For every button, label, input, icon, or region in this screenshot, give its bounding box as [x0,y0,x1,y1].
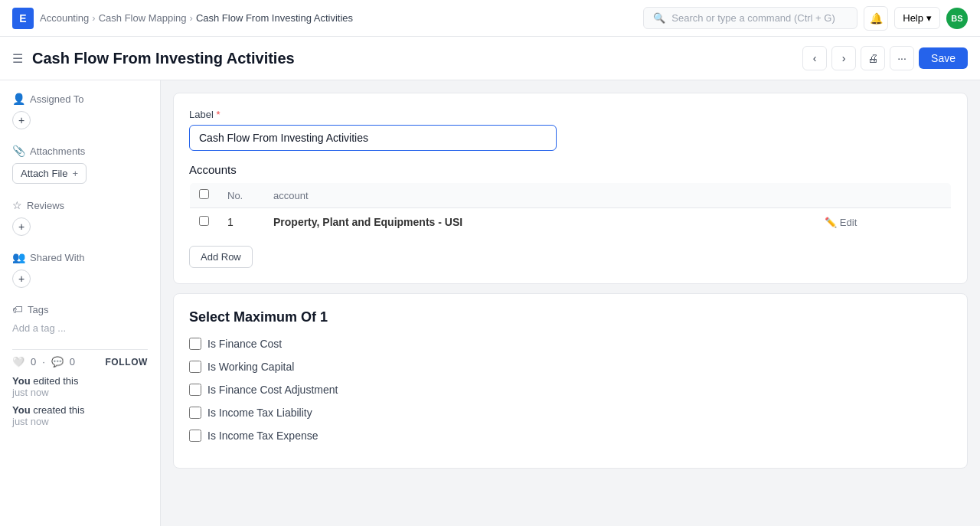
accounts-header-account: account [264,183,815,208]
page-header: ☰ Cash Flow From Investing Activities ‹ … [0,37,980,80]
row-account: Property, Plant and Equipments - USI [264,208,815,237]
row-no: 1 [218,208,264,237]
breadcrumb: Accounting › Cash Flow Mapping › Cash Fl… [40,12,353,24]
add-tag-placeholder[interactable]: Add a tag ... [12,322,66,334]
shared-with-header: 👥 Shared With [12,251,148,263]
top-nav: E Accounting › Cash Flow Mapping › Cash … [0,0,980,37]
notification-button[interactable]: 🔔 [864,6,888,31]
checkbox-finance-cost-adj: Is Finance Cost Adjustment [189,384,952,396]
person-icon: 👤 [12,93,25,105]
follow-button[interactable]: FOLLOW [105,357,148,368]
accounts-header-no: No. [218,183,264,208]
page-title: Cash Flow From Investing Activities [32,50,802,67]
main-content: Label * Accounts No. account [161,80,980,526]
assigned-to-header: 👤 Assigned To [12,93,148,105]
likes-count: 0 [31,356,36,368]
activity-when-1: just now [12,416,49,427]
table-row: 1 Property, Plant and Equipments - USI ✏… [190,208,952,237]
checkbox-income-tax-expense: Is Income Tax Expense [189,430,952,442]
more-options-button[interactable]: ··· [890,46,914,70]
prev-button[interactable]: ‹ [802,46,827,70]
breadcrumb-accounting[interactable]: Accounting [40,12,89,24]
dot-sep: · [42,356,45,368]
checkbox-income-tax-expense-input[interactable] [189,430,201,442]
edit-link[interactable]: ✏️ Edit [825,217,942,228]
header-actions: ‹ › 🖨 ··· Save [802,46,968,70]
edit-label: Edit [840,217,857,228]
row-checkbox[interactable] [199,216,209,226]
accounts-table: No. account 1 Property, Plant and Equipm… [189,182,952,237]
star-icon: ☆ [12,199,22,211]
checkbox-income-tax-liability: Is Income Tax Liability [189,407,952,419]
chevron-down-icon: ▾ [926,12,932,24]
main-layout: 👤 Assigned To + 📎 Attachments Attach Fil… [0,80,980,526]
reviews-section: ☆ Reviews + [12,199,148,236]
checkbox-income-tax-liability-label: Is Income Tax Liability [207,407,312,419]
label-field-label: Label * [189,109,952,120]
checkbox-finance-cost-adj-label: Is Finance Cost Adjustment [207,384,338,396]
likes-row: 🤍 0 · 💬 0 FOLLOW [12,356,148,368]
help-label: Help [903,12,923,24]
add-row-button[interactable]: Add Row [189,246,253,268]
avatar[interactable]: BS [946,8,968,29]
print-button[interactable]: 🖨 [861,46,885,70]
checkbox-finance-cost-label: Is Finance Cost [207,338,282,350]
assigned-to-label: Assigned To [30,93,84,105]
attachments-header: 📎 Attachments [12,145,148,157]
checkbox-working-capital-label: Is Working Capital [207,361,294,373]
next-button[interactable]: › [831,46,856,70]
activity-actor-0: You [12,375,31,387]
heart-icon: 🤍 [12,356,24,368]
search-icon: 🔍 [653,12,665,24]
checkbox-finance-cost-input[interactable] [189,338,201,350]
shared-with-add-button[interactable]: + [12,270,31,288]
assigned-to-add-button[interactable]: + [12,111,31,129]
help-button[interactable]: Help ▾ [894,7,940,29]
sidebar: 👤 Assigned To + 📎 Attachments Attach Fil… [0,80,161,526]
comments-count: 0 [70,356,75,368]
attachment-icon: 📎 [12,145,25,157]
sep-1: › [92,12,95,24]
activity-actor-1: You [12,404,31,416]
app-icon[interactable]: E [12,8,34,29]
attach-file-icon: + [72,168,78,179]
breadcrumb-current: Cash Flow From Investing Activities [196,12,353,24]
reviews-label: Reviews [27,200,64,211]
attachments-label: Attachments [30,145,85,157]
sidebar-sep [12,349,148,350]
attach-file-label: Attach File [21,168,67,179]
label-input[interactable] [189,125,557,151]
accounts-header-action [815,183,952,208]
checkbox-finance-cost-adj-input[interactable] [189,384,201,396]
tags-header: 🏷 Tags [12,303,148,315]
shared-with-section: 👥 Shared With + [12,251,148,288]
reviews-add-button[interactable]: + [12,217,31,236]
breadcrumb-cashflow[interactable]: Cash Flow Mapping [99,12,187,24]
attachments-section: 📎 Attachments Attach File + [12,145,148,184]
checkbox-income-tax-expense-label: Is Income Tax Expense [207,430,318,442]
sep-2: › [190,12,193,24]
select-max-title: Select Maximum Of 1 [189,309,952,325]
activity-when-0: just now [12,387,49,398]
checkbox-working-capital: Is Working Capital [189,361,952,373]
search-placeholder: Search or type a command (Ctrl + G) [671,12,835,24]
label-card: Label * Accounts No. account [173,93,968,284]
accounts-section-label: Accounts [189,163,952,176]
accounts-select-all[interactable] [199,189,209,199]
activity-item-1: You created this just now [12,404,148,427]
row-edit[interactable]: ✏️ Edit [815,208,952,237]
checkbox-income-tax-liability-input[interactable] [189,407,201,419]
tags-section: 🏷 Tags Add a tag ... [12,303,148,334]
activity-action-1: created this [33,404,84,416]
menu-icon[interactable]: ☰ [12,51,23,66]
attach-file-button[interactable]: Attach File + [12,163,87,184]
shared-with-label: Shared With [30,252,85,263]
checkbox-working-capital-input[interactable] [189,361,201,373]
search-bar[interactable]: 🔍 Search or type a command (Ctrl + G) [643,7,858,29]
activity-action-0: edited this [33,375,78,387]
edit-icon: ✏️ [825,217,837,228]
row-check [190,208,219,237]
activity-item-0: You edited this just now [12,375,148,398]
assigned-to-section: 👤 Assigned To + [12,93,148,129]
save-button[interactable]: Save [919,47,968,69]
